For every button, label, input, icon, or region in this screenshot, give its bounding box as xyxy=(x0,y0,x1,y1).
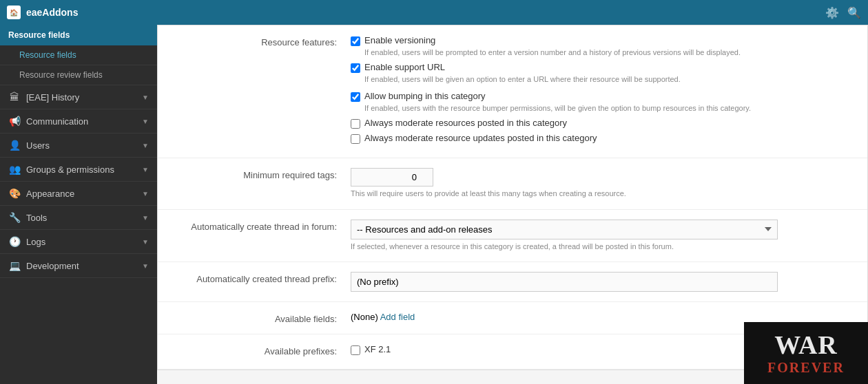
min-tags-hint: This will require users to provide at le… xyxy=(351,189,854,199)
users-icon: 👤 xyxy=(8,140,21,151)
enable-versioning-hint: If enabled, users will be prompted to en… xyxy=(364,47,741,58)
xf21-label: XF 2.1 xyxy=(364,344,391,354)
min-tags-input[interactable] xyxy=(351,168,433,186)
appearance-icon: 🎨 xyxy=(8,188,21,199)
sidebar-subitem-resource-fields[interactable]: Resource fields xyxy=(0,45,157,65)
enable-versioning-checkbox[interactable] xyxy=(351,36,360,46)
enable-support-url-hint: If enabled, users will be given an optio… xyxy=(364,74,681,85)
chevron-icon: ▼ xyxy=(142,238,149,246)
auto-thread-controls: -- Resources and add-on releases If sele… xyxy=(351,220,854,252)
topbar-right: ⚙️ 🔍 xyxy=(825,6,861,19)
main-layout: Resource fields Resource fields Resource… xyxy=(0,25,868,384)
min-tags-label: Minimum required tags: xyxy=(172,168,351,180)
available-fields-controls: (None) Add field xyxy=(351,312,854,322)
sidebar-item-label: Tools xyxy=(26,213,47,223)
settings-icon[interactable]: ⚙️ xyxy=(825,6,839,19)
resource-features-row: Resource features: Enable versioning If … xyxy=(158,25,867,158)
available-prefixes-label: Available prefixes: xyxy=(172,344,351,356)
search-icon[interactable]: 🔍 xyxy=(847,6,861,19)
checkbox-allow-bumping: Allow bumping in this category If enable… xyxy=(351,91,854,114)
sidebar-item-communication[interactable]: 📢 Communication ▼ xyxy=(0,109,157,134)
thread-prefix-label: Automatically created thread prefix: xyxy=(172,272,351,284)
chevron-icon: ▼ xyxy=(142,262,149,270)
thread-prefix-row: Automatically created thread prefix: xyxy=(158,262,867,302)
sidebar-item-development[interactable]: 💻 Development ▼ xyxy=(0,254,157,278)
sidebar-item-history[interactable]: 🏛 [EAE] History ▼ xyxy=(0,85,157,109)
sidebar-item-label: Communication xyxy=(26,116,88,127)
watermark: WAR FOREVER xyxy=(744,322,868,384)
sidebar-item-label: [EAE] History xyxy=(26,92,79,103)
chevron-icon: ▼ xyxy=(142,166,149,173)
checkbox-enable-support-url: Enable support URL If enabled, users wil… xyxy=(351,62,854,85)
auto-thread-row: Automatically create thread in forum: --… xyxy=(158,210,867,262)
sidebar-item-label: Development xyxy=(26,261,79,271)
always-moderate-updates-checkbox[interactable] xyxy=(351,134,360,144)
min-tags-row: Minimum required tags: This will require… xyxy=(158,158,867,209)
communication-icon: 📢 xyxy=(8,116,21,127)
sidebar-item-label: Groups & permissions xyxy=(26,164,114,175)
thread-prefix-controls xyxy=(351,272,854,292)
auto-thread-label: Automatically create thread in forum: xyxy=(172,220,351,232)
groups-icon: 👥 xyxy=(8,164,21,175)
add-field-link[interactable]: Add field xyxy=(380,312,415,322)
tools-icon: 🔧 xyxy=(8,212,21,223)
chevron-icon: ▼ xyxy=(142,118,149,125)
watermark-forever-text: FOREVER xyxy=(767,360,845,375)
enable-support-url-label: Enable support URL xyxy=(364,62,681,72)
sidebar-item-groups-permissions[interactable]: 👥 Groups & permissions ▼ xyxy=(0,158,157,182)
allow-bumping-hint: If enabled, users with the resource bump… xyxy=(364,103,751,114)
topbar-left: 🏠 eaeAddons xyxy=(7,6,78,19)
development-icon: 💻 xyxy=(8,260,21,271)
sidebar-item-label: Logs xyxy=(26,237,45,247)
checkbox-always-moderate-updates: Always moderate resource updates posted … xyxy=(351,133,854,144)
always-moderate-label: Always moderate resources posted in this… xyxy=(364,118,567,128)
checkbox-always-moderate: Always moderate resources posted in this… xyxy=(351,118,854,129)
resource-features-label: Resource features: xyxy=(172,35,351,47)
always-moderate-updates-label: Always moderate resource updates posted … xyxy=(364,133,597,143)
topbar: 🏠 eaeAddons ⚙️ 🔍 xyxy=(0,0,868,25)
allow-bumping-checkbox[interactable] xyxy=(351,92,360,102)
enable-support-url-checkbox[interactable] xyxy=(351,63,360,73)
available-fields-none: (None) xyxy=(351,312,378,322)
history-icon: 🏛 xyxy=(8,92,21,103)
available-fields-label: Available fields: xyxy=(172,312,351,324)
chevron-icon: ▼ xyxy=(142,142,149,149)
chevron-icon: ▼ xyxy=(142,214,149,222)
sidebar-section-header: Resource fields xyxy=(0,25,157,45)
sidebar-item-appearance[interactable]: 🎨 Appearance ▼ xyxy=(0,182,157,206)
auto-thread-select[interactable]: -- Resources and add-on releases xyxy=(351,220,778,239)
thread-prefix-input[interactable] xyxy=(351,272,778,292)
always-moderate-checkbox[interactable] xyxy=(351,119,360,129)
sidebar-item-logs[interactable]: 🕐 Logs ▼ xyxy=(0,230,157,254)
checkbox-enable-versioning: Enable versioning If enabled, users will… xyxy=(351,35,854,58)
auto-thread-hint: If selected, whenever a resource in this… xyxy=(351,242,854,252)
watermark-war-text: WAR xyxy=(767,331,845,360)
sidebar-item-label: Users xyxy=(26,140,50,151)
sidebar-item-label: Appearance xyxy=(26,189,74,199)
sidebar-subitem-resource-review-fields[interactable]: Resource review fields xyxy=(0,65,157,85)
enable-versioning-label: Enable versioning xyxy=(364,35,741,45)
app-title: eaeAddons xyxy=(26,7,78,18)
form-section: Resource features: Enable versioning If … xyxy=(157,25,868,370)
chevron-icon: ▼ xyxy=(142,190,149,198)
xf21-checkbox[interactable] xyxy=(351,345,360,355)
logs-icon: 🕐 xyxy=(8,236,21,247)
resource-features-controls: Enable versioning If enabled, users will… xyxy=(351,35,854,148)
sidebar-item-users[interactable]: 👤 Users ▼ xyxy=(0,134,157,158)
sidebar: Resource fields Resource fields Resource… xyxy=(0,25,157,384)
min-tags-controls: This will require users to provide at le… xyxy=(351,168,854,199)
sidebar-item-tools[interactable]: 🔧 Tools ▼ xyxy=(0,206,157,230)
chevron-icon: ▼ xyxy=(142,94,149,101)
home-icon[interactable]: 🏠 xyxy=(7,6,21,19)
allow-bumping-label: Allow bumping in this category xyxy=(364,91,751,101)
